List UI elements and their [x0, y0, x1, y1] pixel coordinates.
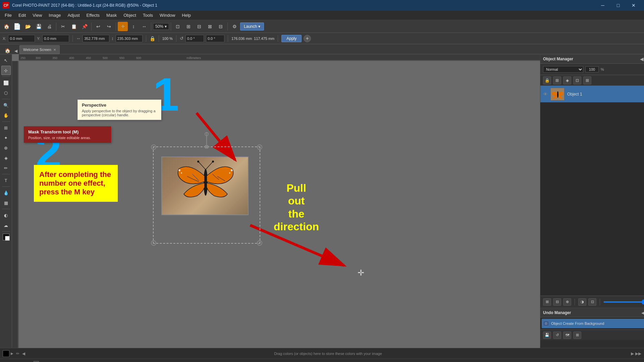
view-btn2[interactable]: ⊞	[183, 22, 194, 31]
color-bar-nav-right[interactable]: ▶	[631, 351, 634, 356]
clone-tool[interactable]: ⊕	[1, 143, 11, 153]
lock-icon[interactable]: 🔒	[150, 36, 155, 41]
welcome-tab[interactable]: Welcome Screen ✕	[19, 45, 60, 54]
color-bar-nav[interactable]: ◀	[22, 351, 25, 356]
height-input[interactable]	[116, 35, 143, 42]
menu-edit[interactable]: Edit	[15, 11, 29, 19]
mask-rect-tool[interactable]: ⬜	[1, 78, 11, 87]
group-btn[interactable]: ⊡	[588, 298, 596, 306]
color-bar-scroll-right[interactable]: ▶▶	[635, 351, 641, 356]
home-tab-btn[interactable]: 🏠	[3, 47, 12, 54]
view-btn1[interactable]: ⊡	[173, 22, 183, 31]
pan-tool[interactable]: ✋	[1, 111, 11, 120]
menu-tools[interactable]: Tools	[140, 11, 156, 19]
rot2-input[interactable]	[206, 35, 224, 42]
menu-object[interactable]: Object	[120, 11, 140, 19]
undo-save-btn[interactable]: 💾	[543, 331, 551, 339]
print-button[interactable]: 🖨	[44, 22, 54, 31]
new-file-button[interactable]: 📄	[12, 22, 22, 31]
fill-tool[interactable]: ▦	[1, 198, 11, 207]
add-button[interactable]: +	[304, 35, 311, 42]
opacity-input[interactable]	[585, 66, 599, 72]
mask-free-tool[interactable]: ⬡	[1, 88, 11, 98]
menu-mask[interactable]: Mask	[103, 11, 120, 19]
settings-button[interactable]: ⚙	[229, 22, 239, 31]
x-input[interactable]	[8, 35, 35, 42]
new-button[interactable]: 🏠	[1, 22, 11, 31]
y-input[interactable]	[42, 35, 69, 42]
width-input[interactable]	[83, 35, 109, 42]
undo-grid-btn[interactable]: ⊞	[573, 331, 581, 339]
merge-icon[interactable]: ⊞	[583, 76, 591, 84]
duplicate-btn[interactable]: ⊕	[563, 298, 571, 306]
minimize-button[interactable]: ─	[595, 0, 610, 11]
close-button[interactable]: ✕	[626, 0, 641, 11]
panel-menu-btn[interactable]: ◀◀	[639, 56, 644, 62]
view-btn5[interactable]: ⊟	[216, 22, 226, 31]
handle-top[interactable]	[205, 145, 208, 148]
undo-refresh-btn[interactable]: ↺	[553, 331, 561, 339]
eyedropper-tool[interactable]: 💧	[1, 188, 11, 197]
handle-bl[interactable]	[151, 240, 156, 246]
obj-icon3[interactable]: ◈	[563, 76, 571, 84]
blend-mode-select[interactable]: Normal Multiply Screen	[543, 66, 583, 73]
view-btn4[interactable]: ⊠	[205, 22, 215, 31]
welcome-tab-close[interactable]: ✕	[53, 48, 56, 52]
back-btn[interactable]: ◀	[13, 48, 19, 54]
menu-help[interactable]: Help	[178, 11, 194, 19]
crop-tool[interactable]: ⊞	[1, 123, 11, 132]
save-button[interactable]: 💾	[34, 22, 44, 31]
menu-file[interactable]: File	[1, 11, 15, 19]
text-tool[interactable]: T	[1, 176, 11, 185]
transform-tool[interactable]: ⊹	[1, 66, 11, 75]
undo-item-1[interactable]: ⊡ Object Create From Background	[542, 319, 644, 328]
copy-button[interactable]: 📋	[69, 22, 79, 31]
handle-tr[interactable]	[257, 144, 262, 150]
rot-input[interactable]	[185, 35, 204, 42]
launch-button[interactable]: Launch ▾	[240, 22, 264, 31]
eraser-tool[interactable]: ◈	[1, 153, 11, 163]
tool-btn3[interactable]: ↔	[139, 22, 149, 31]
view-btn3[interactable]: ⊟	[194, 22, 204, 31]
obj-icon4[interactable]: ⊡	[573, 76, 581, 84]
menu-effects[interactable]: Effects	[83, 11, 103, 19]
maximize-button[interactable]: □	[610, 0, 626, 11]
tool-picker[interactable]: ⊹	[118, 22, 128, 31]
menu-window[interactable]: Window	[156, 11, 178, 19]
zoom-select[interactable]: 50% ▾	[153, 23, 169, 30]
apply-button[interactable]: Apply	[281, 35, 302, 42]
paint-tool[interactable]: ✏	[1, 163, 11, 173]
handle-tl[interactable]	[151, 144, 156, 150]
retouch-tool[interactable]: ✦	[1, 133, 11, 142]
launch-dropdown-icon[interactable]: ▾	[258, 24, 260, 29]
handle-rot[interactable]	[205, 132, 209, 136]
drawing-canvas[interactable]: 1 2 After completing the number one effe…	[19, 61, 540, 348]
undo-panel-menu-btn[interactable]: ◀◀	[640, 309, 644, 316]
new-obj-btn[interactable]: ⊞	[543, 298, 551, 306]
statusbar-btn[interactable]: ▶	[34, 361, 39, 362]
open-button[interactable]: 📂	[23, 22, 33, 31]
zoom-dropdown-icon[interactable]: ▾	[165, 24, 167, 29]
shadow-tool[interactable]: ☁	[1, 221, 11, 230]
foreground-color[interactable]	[3, 234, 9, 240]
menu-image[interactable]: Image	[45, 11, 64, 19]
menu-adjust[interactable]: Adjust	[64, 11, 83, 19]
zoom-tool[interactable]: 🔍	[1, 101, 11, 110]
paste-button[interactable]: 📌	[79, 22, 90, 31]
opacity-slider[interactable]	[603, 301, 644, 303]
color-swatch-arrow[interactable]: ▶	[11, 352, 13, 355]
undo-button[interactable]: ↩	[93, 22, 103, 31]
tool-btn2[interactable]: ↕	[128, 22, 139, 31]
butterfly-container[interactable]	[161, 157, 249, 215]
handle-br[interactable]	[257, 240, 262, 246]
menu-view[interactable]: View	[29, 11, 45, 19]
select-tool[interactable]: ↖	[1, 56, 11, 65]
lock-all-icon[interactable]: 🔒	[543, 76, 551, 84]
blend-tool[interactable]: ◐	[1, 210, 11, 220]
redo-button[interactable]: ↪	[104, 22, 114, 31]
object-row-1[interactable]: 👁 Object 1	[540, 86, 644, 103]
new-mask-btn[interactable]: ⊟	[553, 298, 561, 306]
combine-btn[interactable]: ◑	[578, 298, 586, 306]
channels-icon[interactable]: ⊞	[553, 76, 561, 84]
color-swatch-1[interactable]	[3, 350, 9, 357]
